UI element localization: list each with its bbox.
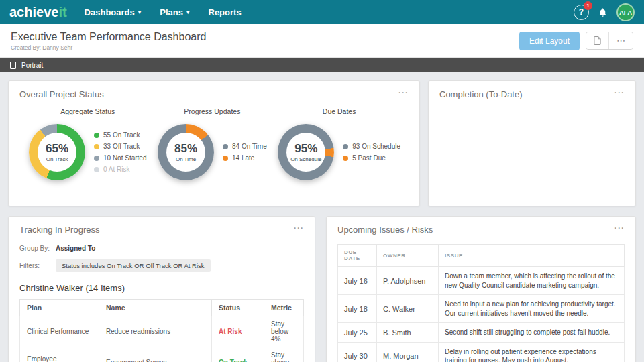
legend-label: 14 Late: [232, 154, 254, 162]
cell-owner: C. Walker: [377, 295, 439, 323]
donut-ring: 95% On Schedule: [278, 124, 334, 180]
nav-dashboards[interactable]: Dashboards ▾: [85, 7, 142, 17]
legend-dot: [343, 156, 348, 161]
card-title: Upcoming Issues / Risks: [337, 225, 433, 235]
donut-chart-due-dates: Due Dates 95% On Schedule 93 On Schedule: [278, 107, 400, 180]
card-completion-to-date: Completion (To-Date) ⋯: [428, 80, 636, 206]
table-row[interactable]: July 18 C. Walker Need to input a new pl…: [338, 295, 625, 323]
header-more-button[interactable]: ⋯: [608, 32, 633, 49]
column-header-status: Status: [212, 300, 264, 316]
cell-metric: Stay below 4%: [264, 316, 304, 347]
status-badge: On Track: [212, 347, 264, 362]
legend-item: 0 At Risk: [94, 166, 146, 173]
cell-name: Reduce readmissions: [99, 316, 212, 347]
table-row[interactable]: July 16 P. Adolphsen Down a team member,…: [338, 267, 625, 295]
cell-owner: B. Smith: [377, 323, 439, 343]
card-menu-button[interactable]: ⋯: [293, 225, 304, 231]
cell-due-date: July 16: [338, 267, 377, 295]
legend-label: 10 Not Started: [103, 154, 146, 162]
card-header: Completion (To-Date) ⋯: [429, 81, 635, 99]
legend-dot: [94, 156, 99, 161]
table-header-row: DUE DATE OWNER ISSUE: [338, 245, 625, 267]
portrait-bar[interactable]: Portrait: [0, 58, 644, 72]
table-row[interactable]: Clinical Performance Reduce readmissions…: [20, 316, 304, 347]
chart-title: Due Dates: [323, 107, 356, 115]
filters-value: Status includes On Track OR Off Track OR…: [56, 259, 211, 272]
edit-layout-button[interactable]: Edit Layout: [519, 32, 580, 50]
cell-plan: Employee Experience: [20, 347, 99, 362]
portrait-label: Portrait: [21, 62, 43, 69]
table-row[interactable]: July 25 B. Smith Second shift still stru…: [338, 323, 625, 343]
cell-due-date: July 25: [338, 323, 377, 343]
nav-reports[interactable]: Reports: [209, 7, 241, 17]
issues-body: DUE DATE OWNER ISSUE July 16 P. Adolphse…: [327, 235, 635, 362]
cell-issue: Second shift still struggling to complet…: [439, 323, 625, 343]
avatar-initials: AFA: [619, 9, 632, 16]
header-button-group: ⋯: [586, 32, 633, 50]
legend-label: 0 At Risk: [103, 166, 129, 173]
chart-legend: 55 On Track 33 Off Track 10 Not Started: [94, 131, 146, 173]
dashboard-page: { "navbar": { "logo_part1": "achieve", "…: [0, 0, 644, 362]
nav-dashboards-label: Dashboards: [85, 7, 135, 17]
logo-text-accent: it: [58, 5, 66, 19]
card-header: Overall Project Status ⋯: [9, 81, 419, 99]
nav-plans-label: Plans: [160, 7, 183, 17]
card-menu-button[interactable]: ⋯: [398, 89, 409, 95]
notification-badge: 1: [584, 1, 592, 10]
donut-chart-aggregate-status: Aggregate Status 65% On Track 55 On Trac: [29, 107, 146, 180]
card-title: Tracking In Progress: [19, 225, 99, 235]
donut-center: 65% On Track: [38, 133, 76, 172]
nav-plans[interactable]: Plans ▾: [160, 7, 189, 17]
filters-label: Filters:: [19, 262, 56, 269]
cell-issue: Need to input a new plan for achieving p…: [439, 295, 625, 323]
group-by-value: Assigned To: [56, 245, 95, 252]
main-nav: Dashboards ▾ Plans ▾ Reports: [85, 7, 241, 17]
help-button[interactable]: ? 1: [574, 5, 589, 20]
page-header-left: Executive Team Performance Dashboard Cre…: [11, 31, 206, 51]
card-overall-project-status: Overall Project Status ⋯ Aggregate Statu…: [8, 80, 420, 206]
card-menu-button[interactable]: ⋯: [614, 89, 625, 95]
avatar[interactable]: AFA: [616, 3, 635, 21]
legend-label: 55 On Track: [103, 131, 140, 139]
donut-sub-label: On Schedule: [290, 156, 321, 162]
legend-dot: [94, 133, 99, 138]
column-header-metric: Metric: [264, 300, 304, 316]
page-header-actions: Edit Layout ⋯: [519, 32, 633, 50]
donut-sub-label: On Time: [176, 156, 196, 162]
donut-ring: 65% On Track: [29, 124, 85, 180]
cell-plan: Clinical Performance: [20, 316, 99, 347]
legend-label: 5 Past Due: [352, 154, 385, 162]
legend-item: 10 Not Started: [94, 154, 146, 162]
cell-owner: M. Morgan: [377, 342, 439, 362]
top-navbar: achieveit Dashboards ▾ Plans ▾ Reports ?…: [0, 0, 644, 24]
group-by-row: Group By: Assigned To: [19, 245, 304, 252]
page-header: Executive Team Performance Dashboard Cre…: [0, 24, 644, 58]
chart-legend: 84 On Time 14 Late: [223, 143, 267, 162]
group-by-label: Group By:: [19, 245, 56, 252]
donut-value: 85%: [174, 142, 197, 156]
table-row[interactable]: Employee Experience Engagement Survey On…: [20, 347, 304, 362]
nav-reports-label: Reports: [209, 7, 241, 17]
legend-dot: [94, 167, 99, 172]
notifications-button[interactable]: [598, 7, 608, 17]
created-by: Created By: Danny Sehr: [11, 44, 206, 51]
app-logo[interactable]: achieveit: [9, 5, 67, 20]
page-title: Executive Team Performance Dashboard: [11, 31, 206, 43]
card-menu-button[interactable]: ⋯: [614, 225, 625, 231]
legend-dot: [343, 144, 348, 149]
tracking-table: Plan Name Status Metric Clinical Perform…: [19, 299, 304, 362]
column-header-issue: ISSUE: [439, 245, 625, 267]
chart-legend: 93 On Schedule 5 Past Due: [343, 143, 400, 162]
cell-issue: Delay in rolling out patient experience …: [439, 342, 625, 362]
legend-label: 84 On Time: [232, 143, 267, 150]
cell-due-date: July 30: [338, 342, 377, 362]
legend-item: 5 Past Due: [343, 154, 400, 162]
export-page-button[interactable]: [586, 32, 608, 49]
dashboard-content: Overall Project Status ⋯ Aggregate Statu…: [0, 72, 644, 362]
card-header: Tracking In Progress ⋯: [9, 217, 315, 235]
top-row: Overall Project Status ⋯ Aggregate Statu…: [8, 80, 636, 206]
chart-title: Aggregate Status: [60, 107, 115, 115]
card-tracking-in-progress: Tracking In Progress ⋯ Group By: Assigne…: [8, 216, 315, 362]
table-row[interactable]: July 30 M. Morgan Delay in rolling out p…: [338, 342, 625, 362]
question-icon: ?: [579, 7, 584, 17]
